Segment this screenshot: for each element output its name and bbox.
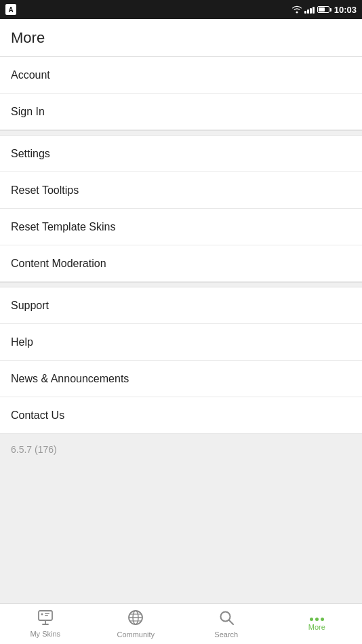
menu-item-help[interactable]: Help [0,324,362,361]
menu-item-reset-tooltips[interactable]: Reset Tooltips [0,172,362,209]
nav-label-more: More [308,623,325,631]
nav-label-my-skins: My Skins [30,630,60,638]
menu-item-account[interactable]: Account [0,57,362,94]
a-icon: A [5,4,16,15]
wifi-icon [292,5,302,14]
section-divider-2 [0,282,362,287]
menu-item-sign-in[interactable]: Sign In [0,94,362,130]
section-divider-1 [0,130,362,136]
search-icon [218,609,235,628]
nav-item-more[interactable]: More [272,604,363,644]
version-area: 6.5.7 (176) [0,434,362,603]
nav-item-my-skins[interactable]: My Skins [0,604,91,644]
globe-icon [127,609,144,628]
nav-label-community: Community [117,630,155,639]
status-time: 10:03 [334,5,357,15]
bottom-nav: My Skins Community Search [0,603,362,644]
nav-label-search: Search [214,630,238,639]
menu-item-contact-us[interactable]: Contact Us [0,397,362,434]
svg-point-1 [41,613,43,616]
nav-item-community[interactable]: Community [91,604,182,644]
menu-section-3: Support Help News & Announcements Contac… [0,287,362,434]
page-header: More [0,19,362,57]
menu-section-2: Settings Reset Tooltips Reset Template S… [0,136,362,282]
status-bar-left: A [5,4,16,15]
menu-item-content-moderation[interactable]: Content Moderation [0,245,362,282]
version-text: 6.5.7 (176) [11,444,57,455]
menu-item-reset-template-skins[interactable]: Reset Template Skins [0,209,362,245]
svg-rect-3 [45,615,48,616]
menu-item-settings[interactable]: Settings [0,136,362,172]
svg-line-10 [229,620,233,624]
signal-icon [304,5,315,14]
menu-section-1: Account Sign In [0,57,362,130]
menu-item-news-announcements[interactable]: News & Announcements [0,361,362,397]
menu-item-support[interactable]: Support [0,287,362,324]
status-bar: A 10:03 [0,0,362,19]
monitor-icon [37,610,54,628]
svg-rect-2 [45,613,49,614]
version-container: 6.5.7 (176) [0,434,362,465]
nav-item-search[interactable]: Search [181,604,272,644]
content-area: Account Sign In Settings Reset Tooltips … [0,57,362,603]
dots-icon [310,618,324,621]
status-bar-right: 10:03 [292,5,357,15]
battery-icon [317,6,331,13]
page-title: More [11,29,45,47]
